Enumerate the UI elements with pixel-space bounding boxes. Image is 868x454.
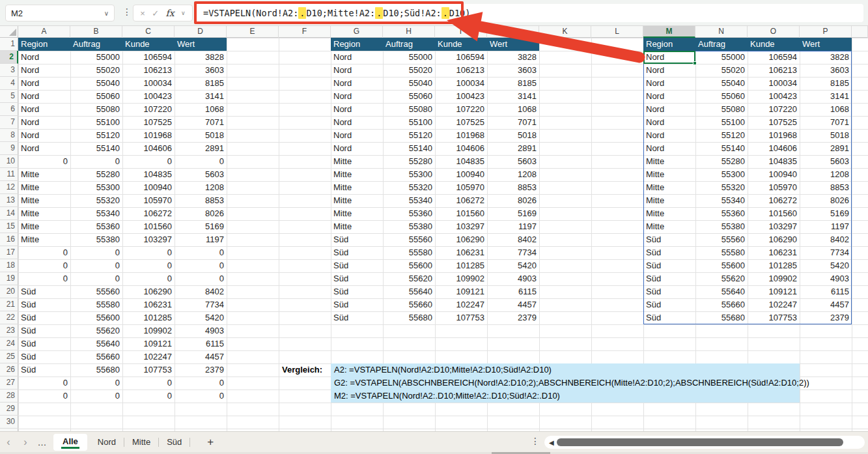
cell[interactable]: 55680 <box>695 311 748 324</box>
cell[interactable]: 8853 <box>487 181 539 194</box>
cell[interactable]: 101968 <box>748 129 800 142</box>
cell[interactable]: 55320 <box>70 194 122 207</box>
cell[interactable]: 5420 <box>800 259 852 272</box>
row-header-1[interactable]: 1 <box>0 38 18 51</box>
cell[interactable]: 55600 <box>70 311 122 324</box>
row-header-19[interactable]: 19 <box>0 272 18 285</box>
cell[interactable]: 4457 <box>800 298 852 311</box>
cell[interactable]: 6115 <box>800 285 852 298</box>
cell[interactable]: 55100 <box>70 116 122 129</box>
cell[interactable]: 101560 <box>122 220 175 233</box>
cell[interactable]: 4457 <box>487 298 539 311</box>
row-header-5[interactable]: 5 <box>0 90 18 103</box>
formula-input[interactable]: =VSTAPELN(Nord!A2:.D10;Mitte!A2:.D10;Süd… <box>195 4 863 22</box>
cell[interactable]: 55080 <box>383 103 435 116</box>
row-header-29[interactable]: 29 <box>0 403 18 416</box>
row-header-16[interactable]: 16 <box>0 233 18 246</box>
cell[interactable]: 55100 <box>383 116 435 129</box>
cell[interactable]: 1068 <box>800 103 852 116</box>
cell[interactable]: Mitte <box>643 181 695 194</box>
row-header-8[interactable]: 8 <box>0 129 18 142</box>
cell[interactable]: 55000 <box>695 51 748 64</box>
cell[interactable]: 55140 <box>383 142 435 155</box>
cell[interactable]: Süd <box>643 272 695 285</box>
cell[interactable]: 104606 <box>748 142 800 155</box>
cell[interactable]: 106290 <box>748 233 800 246</box>
cell[interactable]: 7734 <box>487 246 539 259</box>
cell[interactable]: 55080 <box>695 103 748 116</box>
table-a-header-cell[interactable]: Region <box>18 38 70 51</box>
row-header-15[interactable]: 15 <box>0 220 18 233</box>
cell[interactable]: 107525 <box>122 116 175 129</box>
cell[interactable]: 107220 <box>435 103 487 116</box>
cell[interactable]: 2379 <box>800 311 852 324</box>
cell[interactable]: Nord <box>18 77 70 90</box>
sheet-tab-alle[interactable]: Alle <box>53 434 87 451</box>
cell[interactable]: 55320 <box>383 181 435 194</box>
column-header-l[interactable]: L <box>591 26 643 38</box>
cell[interactable]: 3141 <box>800 90 852 103</box>
cell[interactable]: 106213 <box>122 64 175 77</box>
cell[interactable]: 55600 <box>695 259 748 272</box>
cell[interactable]: 107525 <box>435 116 487 129</box>
cell[interactable]: 100034 <box>748 77 800 90</box>
cell[interactable]: 55340 <box>695 194 748 207</box>
cell[interactable]: 0 <box>175 272 227 285</box>
cell[interactable]: 8402 <box>487 233 539 246</box>
cell[interactable]: 3141 <box>175 90 227 103</box>
table-g-header-cell[interactable]: Auftrag <box>383 38 435 51</box>
row-header-30[interactable]: 30 <box>0 416 18 429</box>
cell[interactable]: 0 <box>175 390 227 403</box>
cell[interactable]: 55040 <box>383 77 435 90</box>
cell[interactable]: 1197 <box>175 233 227 246</box>
cell[interactable]: 0 <box>175 155 227 168</box>
cell[interactable]: 106272 <box>122 207 175 220</box>
cell[interactable]: 55620 <box>383 272 435 285</box>
cell[interactable]: 5018 <box>800 129 852 142</box>
table-m-header-cell[interactable]: Wert <box>800 38 852 51</box>
enter-icon[interactable]: ✓ <box>152 8 159 18</box>
cell[interactable]: 4903 <box>487 272 539 285</box>
table-g-header-cell[interactable]: Region <box>331 38 383 51</box>
cell[interactable]: 8185 <box>175 77 227 90</box>
cell[interactable]: Mitte <box>331 194 383 207</box>
cell[interactable]: 100940 <box>435 168 487 181</box>
cell[interactable]: 55280 <box>70 168 122 181</box>
cell[interactable]: 55060 <box>383 90 435 103</box>
vergleich-formula-line[interactable]: G2: =VSTAPELN(ABSCHNBEREICH(Nord!A2:D10;… <box>331 376 800 390</box>
column-header-m[interactable]: M <box>643 26 695 38</box>
cell[interactable]: Nord <box>18 116 70 129</box>
table-a-header-cell[interactable]: Kunde <box>122 38 175 51</box>
cell[interactable]: 2891 <box>175 142 227 155</box>
cell[interactable]: 55000 <box>70 51 122 64</box>
cancel-icon[interactable]: × <box>140 8 145 18</box>
table-g-header-cell[interactable]: Wert <box>487 38 539 51</box>
cell[interactable]: 1068 <box>487 103 539 116</box>
cell[interactable]: Mitte <box>643 168 695 181</box>
sheet-tab-süd[interactable]: Süd <box>159 434 189 451</box>
cell[interactable]: 3603 <box>800 64 852 77</box>
cell[interactable]: Mitte <box>643 155 695 168</box>
cell[interactable]: 55280 <box>383 155 435 168</box>
cell[interactable]: Süd <box>18 350 70 363</box>
column-header-f[interactable]: F <box>279 26 331 38</box>
cell[interactable]: 55640 <box>695 285 748 298</box>
cell[interactable]: 106231 <box>748 246 800 259</box>
cell[interactable]: 101285 <box>435 259 487 272</box>
cell[interactable]: 55100 <box>695 116 748 129</box>
add-sheet-button[interactable]: + <box>207 436 214 449</box>
cell[interactable]: 107753 <box>122 363 175 376</box>
cell[interactable]: Süd <box>18 285 70 298</box>
cell[interactable]: 55080 <box>70 103 122 116</box>
column-header-p[interactable]: P <box>800 26 852 38</box>
table-a-header-cell[interactable]: Auftrag <box>70 38 122 51</box>
cell[interactable]: Süd <box>18 363 70 376</box>
cell[interactable]: Süd <box>331 272 383 285</box>
cell[interactable]: 1208 <box>800 168 852 181</box>
cell[interactable]: 8026 <box>800 194 852 207</box>
cell[interactable]: Mitte <box>18 194 70 207</box>
cell[interactable]: 109121 <box>122 337 175 350</box>
row-header-22[interactable]: 22 <box>0 311 18 324</box>
cell[interactable]: 0 <box>122 390 175 403</box>
cell[interactable]: 55640 <box>70 337 122 350</box>
